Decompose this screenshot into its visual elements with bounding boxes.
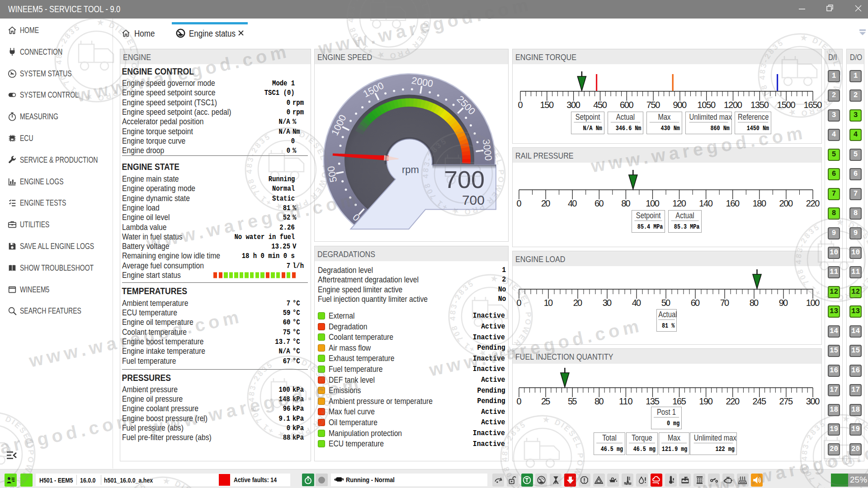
svg-text:100: 100 xyxy=(646,198,660,208)
svg-text:100: 100 xyxy=(806,298,820,308)
svg-text:60: 60 xyxy=(691,298,700,308)
svg-text:80: 80 xyxy=(594,396,604,406)
svg-text:245: 245 xyxy=(753,396,767,406)
svg-text:120: 120 xyxy=(672,198,686,208)
svg-text:220: 220 xyxy=(726,396,740,406)
svg-text:40: 40 xyxy=(568,198,577,208)
svg-text:1500: 1500 xyxy=(777,100,796,110)
svg-text:50: 50 xyxy=(661,298,670,308)
svg-text:20: 20 xyxy=(541,198,550,208)
svg-text:700: 700 xyxy=(444,166,485,193)
svg-text:30: 30 xyxy=(603,298,612,308)
svg-text:80: 80 xyxy=(750,298,759,308)
svg-text:110: 110 xyxy=(619,396,633,406)
svg-text:165: 165 xyxy=(672,396,686,406)
svg-text:1650: 1650 xyxy=(804,100,822,110)
svg-text:300: 300 xyxy=(566,100,580,110)
svg-text:1050: 1050 xyxy=(697,100,716,110)
svg-text:20: 20 xyxy=(573,298,582,308)
svg-text:40: 40 xyxy=(632,298,641,308)
svg-text:rpm: rpm xyxy=(402,164,419,175)
svg-text:10: 10 xyxy=(544,298,553,308)
svg-text:700: 700 xyxy=(462,192,485,207)
svg-text:600: 600 xyxy=(620,100,634,110)
svg-text:140: 140 xyxy=(699,198,713,208)
svg-text:0: 0 xyxy=(518,100,523,110)
svg-text:80: 80 xyxy=(621,198,630,208)
svg-text:60: 60 xyxy=(594,198,604,208)
svg-text:70: 70 xyxy=(720,298,729,308)
svg-text:300: 300 xyxy=(806,396,820,406)
svg-text:25: 25 xyxy=(541,396,550,406)
svg-text:180: 180 xyxy=(753,198,767,208)
svg-text:275: 275 xyxy=(779,396,793,406)
svg-text:1350: 1350 xyxy=(750,100,769,110)
svg-text:55: 55 xyxy=(568,396,577,406)
svg-text:0: 0 xyxy=(516,198,521,208)
svg-text:200: 200 xyxy=(779,198,793,208)
svg-text:160: 160 xyxy=(726,198,740,208)
svg-text:90: 90 xyxy=(779,298,788,308)
svg-text:220: 220 xyxy=(806,198,820,208)
svg-text:135: 135 xyxy=(646,396,660,406)
svg-text:900: 900 xyxy=(673,100,687,110)
svg-text:190: 190 xyxy=(699,396,713,406)
svg-text:1200: 1200 xyxy=(724,100,742,110)
svg-text:450: 450 xyxy=(593,100,607,110)
svg-text:750: 750 xyxy=(646,100,660,110)
svg-text:150: 150 xyxy=(540,100,554,110)
svg-text:0: 0 xyxy=(516,298,521,308)
svg-text:0: 0 xyxy=(516,396,521,406)
